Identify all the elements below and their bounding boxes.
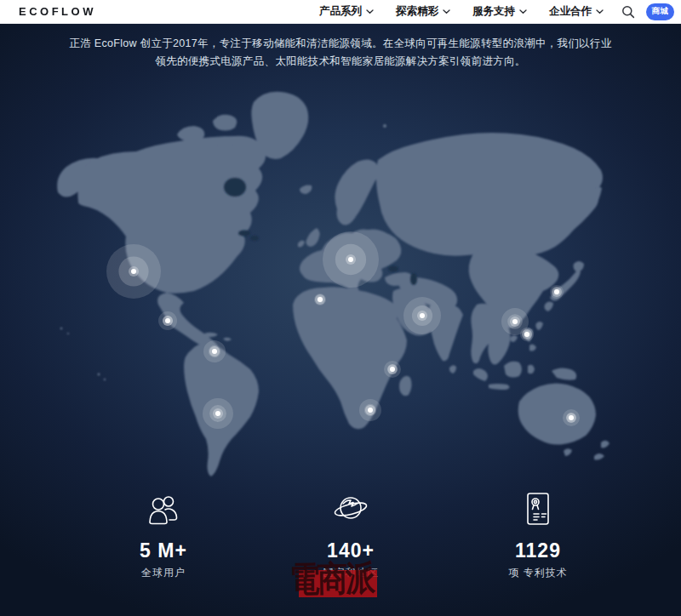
map-location-mexico [165, 318, 170, 323]
map-location-europe [348, 257, 353, 262]
nav-item-business[interactable]: 企业合作 [549, 4, 604, 19]
ecoflow-logo[interactable]: ECOFLOW [19, 6, 96, 18]
nav-item-products[interactable]: 产品系列 [319, 4, 374, 19]
chevron-down-icon [443, 9, 450, 14]
map-location-colombia [212, 349, 217, 354]
map-location-east-africa [390, 367, 395, 372]
stat-patents: 1129 项 专利技术 [453, 489, 623, 580]
stat-value: 1129 [515, 539, 561, 562]
map-location-morocco [318, 297, 323, 302]
intro-paragraph: 正浩 EcoFlow 创立于2017年，专注于移动储能和清洁能源领域。在全球向可… [0, 35, 681, 71]
map-location-australia [569, 415, 574, 420]
map-location-japan [554, 289, 559, 294]
site-header: ECOFLOW 产品系列 探索精彩 服务支持 企业合作 商城 [0, 0, 681, 24]
watermark-text: 電商派 [289, 557, 378, 600]
store-button[interactable]: 商城 [646, 3, 674, 20]
map-location-chile [215, 411, 220, 416]
chevron-down-icon [366, 9, 374, 14]
intro-line-2: 领先的便携式电源产品、太阳能技术和智能家居能源解决方案引领前进方向。 [0, 53, 681, 71]
map-location-south-africa [368, 408, 373, 413]
map-location-north-america-west [131, 269, 136, 274]
map-location-philippines [524, 332, 529, 337]
stat-value: 5 M+ [140, 539, 187, 562]
stat-label: 全球用户 [141, 566, 186, 580]
main-nav: 产品系列 探索精彩 服务支持 企业合作 [319, 4, 604, 19]
map-location-south-china [512, 319, 518, 324]
chevron-down-icon [596, 9, 604, 14]
chevron-down-icon [519, 9, 527, 14]
users-icon [144, 489, 183, 528]
search-icon[interactable] [621, 4, 636, 20]
planet-icon [331, 489, 370, 528]
map-location-middle-east [420, 313, 425, 318]
nav-item-support[interactable]: 服务支持 [472, 4, 527, 19]
patent-icon [518, 489, 558, 528]
hero-section: 正浩 EcoFlow 创立于2017年，专注于移动储能和清洁能源领域。在全球向可… [0, 24, 681, 616]
nav-item-explore[interactable]: 探索精彩 [396, 4, 450, 19]
stat-global-users: 5 M+ 全球用户 [78, 489, 249, 580]
intro-line-1: 正浩 EcoFlow 创立于2017年，专注于移动储能和清洁能源领域。在全球向可… [0, 35, 681, 53]
stat-label: 项 专利技术 [508, 566, 567, 580]
